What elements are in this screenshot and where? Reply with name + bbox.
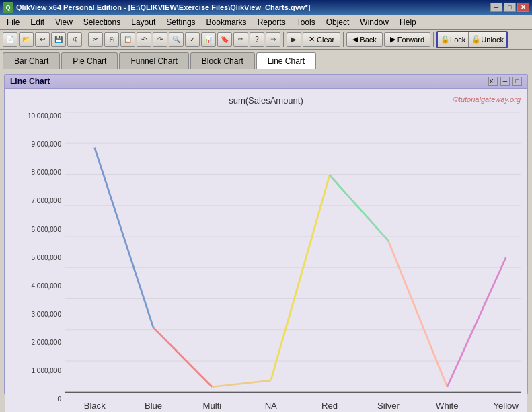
clear-icon: ✕: [309, 35, 315, 44]
window-controls: ─ □ ✕: [490, 3, 529, 12]
print-button[interactable]: 🖨: [67, 32, 82, 47]
lock-icon: 🔒: [441, 35, 450, 44]
search-button[interactable]: 🔍: [169, 32, 184, 47]
menu-bar: File Edit View Selections Layout Setting…: [0, 15, 532, 30]
app-icon: Q: [3, 2, 13, 13]
menu-settings[interactable]: Settings: [161, 15, 200, 29]
new-button[interactable]: 📄: [3, 32, 17, 47]
menu-bookmarks[interactable]: Bookmarks: [201, 15, 252, 29]
y-label-8m: 8,000,000: [32, 169, 62, 176]
tabs-bar: Bar Chart Pie Chart Funnel Chart Block C…: [0, 50, 532, 70]
chart-panel: Line Chart XL ─ □ sum(SalesAmount) ©tuto…: [4, 74, 528, 395]
menu-view[interactable]: View: [50, 15, 78, 29]
save-button[interactable]: 💾: [51, 32, 66, 47]
separator-3: [343, 32, 344, 47]
forward-label: Forward: [397, 36, 424, 44]
watermark: ©tutorialgateway.org: [453, 95, 521, 104]
menu-file[interactable]: File: [1, 15, 25, 29]
y-label-4m: 4,000,000: [32, 282, 62, 290]
maximize-button[interactable]: □: [504, 3, 516, 12]
y-axis: 10,000,000 9,000,000 8,000,000 7,000,000…: [11, 112, 65, 412]
svg-text:Blue: Blue: [145, 401, 162, 411]
bookmark-button[interactable]: 🔖: [217, 32, 232, 47]
svg-text:Multi: Multi: [203, 401, 222, 411]
panel-controls: XL ─ □: [488, 77, 522, 86]
menu-selections[interactable]: Selections: [78, 15, 126, 29]
redo-button[interactable]: ↷: [153, 32, 167, 47]
menu-object[interactable]: Object: [321, 15, 355, 29]
play-button[interactable]: ▶: [287, 32, 301, 47]
svg-text:White: White: [436, 401, 458, 411]
svg-text:Silver: Silver: [377, 401, 400, 411]
svg-line-14: [271, 175, 330, 380]
xl-button[interactable]: XL: [488, 77, 498, 86]
maximize-chart-button[interactable]: □: [512, 77, 522, 86]
tab-pie-chart[interactable]: Pie Chart: [61, 52, 118, 69]
minimize-button[interactable]: ─: [490, 3, 502, 12]
minimize-chart-button[interactable]: ─: [500, 77, 510, 86]
menu-help[interactable]: Help: [394, 15, 422, 29]
open-button[interactable]: 📂: [19, 32, 34, 47]
back-icon: ◀: [352, 35, 358, 44]
lock-button[interactable]: 🔒 Lock: [438, 32, 469, 47]
main-area: Line Chart XL ─ □ sum(SalesAmount) ©tuto…: [0, 70, 532, 399]
unlock-button[interactable]: 🔓 Unlock: [469, 32, 506, 47]
lock-unlock-group: 🔒 Lock 🔓 Unlock: [436, 31, 508, 48]
clear-label: Clear: [317, 36, 334, 44]
tab-block-chart[interactable]: Block Chart: [190, 52, 255, 69]
y-label-0: 0: [57, 395, 61, 403]
chart-plot-area: Black Blue Multi NA Red Silver White Yel…: [65, 112, 521, 412]
svg-line-13: [212, 380, 270, 387]
svg-text:Black: Black: [84, 401, 106, 411]
tab-line-chart[interactable]: Line Chart: [256, 52, 316, 69]
y-label-9m: 9,000,000: [32, 140, 62, 148]
check-button[interactable]: ✓: [185, 32, 200, 47]
lock-label: Lock: [450, 36, 465, 44]
chart-container: 10,000,000 9,000,000 8,000,000 7,000,000…: [11, 112, 521, 412]
menu-window[interactable]: Window: [354, 15, 394, 29]
close-button[interactable]: ✕: [517, 3, 529, 12]
cut-button[interactable]: ✂: [88, 32, 103, 47]
svg-line-15: [330, 175, 388, 241]
chart-area: sum(SalesAmount) ©tutorialgateway.org 10…: [5, 89, 527, 412]
paste-button[interactable]: 📋: [120, 32, 135, 47]
arrow-button[interactable]: ⇒: [266, 32, 280, 47]
toolbar: 📄 📂 ↩ 💾 🖨 ✂ ⎘ 📋 ↶ ↷ 🔍 ✓ 📊 🔖 ✏ ? ⇒ ▶ ✕ Cl…: [0, 30, 532, 50]
forward-button[interactable]: ▶ Forward: [384, 32, 430, 47]
y-label-5m: 5,000,000: [32, 254, 62, 261]
tab-funnel-chart[interactable]: Funnel Chart: [119, 52, 188, 69]
chart-button[interactable]: 📊: [201, 32, 216, 47]
help-icon-btn[interactable]: ?: [250, 32, 264, 47]
edit-button[interactable]: ✏: [233, 32, 248, 47]
menu-tools[interactable]: Tools: [291, 15, 321, 29]
back-label: Back: [360, 36, 376, 44]
back-button[interactable]: ◀ Back: [346, 32, 382, 47]
clear-button[interactable]: ✕ Clear: [303, 32, 340, 47]
back-toolbar-button[interactable]: ↩: [35, 32, 50, 47]
forward-icon: ▶: [390, 35, 395, 44]
unlock-icon: 🔓: [471, 35, 481, 44]
y-label-7m: 7,000,000: [32, 197, 62, 204]
svg-line-12: [153, 328, 212, 387]
menu-edit[interactable]: Edit: [25, 15, 50, 29]
separator-1: [85, 32, 85, 47]
y-label-3m: 3,000,000: [32, 311, 62, 318]
menu-reports[interactable]: Reports: [252, 15, 291, 29]
chart-panel-title: Line Chart: [10, 77, 50, 86]
y-label-2m: 2,000,000: [32, 339, 62, 346]
svg-line-16: [388, 241, 447, 386]
undo-button[interactable]: ↶: [137, 32, 151, 47]
svg-line-11: [95, 148, 153, 328]
title-bar: Q QlikView x64 Personal Edition - [E:\QL…: [0, 0, 532, 15]
tab-bar-chart[interactable]: Bar Chart: [3, 52, 60, 69]
y-label-1m: 1,000,000: [32, 367, 62, 374]
chart-subtitle: sum(SalesAmount): [11, 95, 521, 106]
line-chart-svg: Black Blue Multi NA Red Silver White Yel…: [65, 112, 521, 412]
window-title: QlikView x64 Personal Edition - [E:\QLIK…: [16, 3, 490, 11]
y-label-6m: 6,000,000: [32, 226, 62, 233]
menu-layout[interactable]: Layout: [126, 15, 161, 29]
copy-button[interactable]: ⎘: [104, 32, 119, 47]
separator-4: [433, 32, 434, 47]
chart-panel-header: Line Chart XL ─ □: [5, 75, 527, 89]
y-label-10m: 10,000,000: [28, 112, 61, 120]
